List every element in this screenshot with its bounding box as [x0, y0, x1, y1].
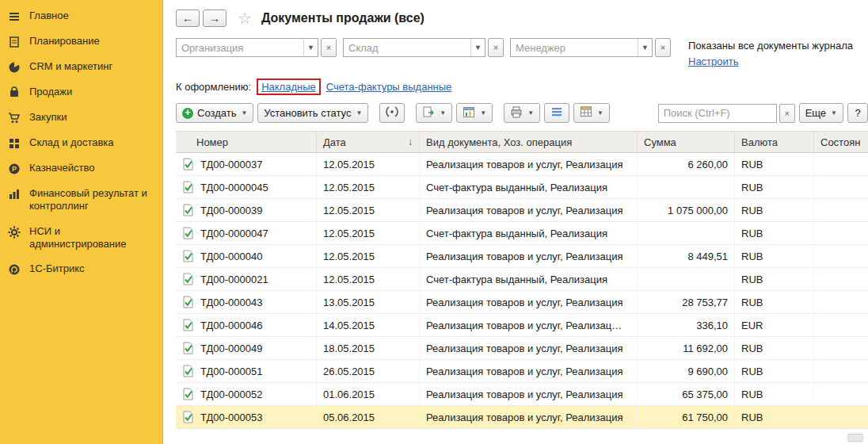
favorite-star-icon[interactable]: ☆	[238, 9, 252, 28]
cell-doctype[interactable]: Реализация товаров и услуг, Реализация	[420, 406, 638, 428]
table-row[interactable]: ТД00-000052 01.06.2015 Реализация товаро…	[176, 383, 868, 406]
cell-number[interactable]: ТД00-000053	[176, 406, 317, 428]
cell-sum[interactable]: 61 750,00	[638, 406, 735, 428]
cell-sum[interactable]: 1 075 000,00	[638, 199, 735, 221]
cell-date[interactable]: 14.05.2015	[317, 314, 420, 336]
print-button[interactable]: ▼	[504, 103, 540, 123]
column-header-number[interactable]: Номер	[176, 132, 317, 152]
warehouse-clear-button[interactable]: ×	[488, 38, 504, 57]
cell-date[interactable]: 13.05.2015	[317, 291, 420, 313]
cell-currency[interactable]: EUR	[735, 314, 814, 336]
sidebar-item-bitrix[interactable]: 1С-Битрикс	[8, 262, 156, 276]
cell-number[interactable]: ТД00-0000045	[176, 176, 317, 198]
table-row[interactable]: ТД00-000046 14.05.2015 Реализация товаро…	[176, 314, 868, 337]
table-row[interactable]: ТД00-000039 12.05.2015 Реализация товаро…	[176, 199, 868, 222]
cell-doctype[interactable]: Реализация товаров и услуг, Реализация	[420, 360, 638, 382]
sidebar-item-treasury[interactable]: P Казначейство	[8, 162, 156, 175]
horizontal-scrollbar-thumb[interactable]	[847, 434, 863, 442]
help-button[interactable]: ?	[847, 103, 868, 123]
search-input[interactable]	[658, 104, 777, 123]
forward-button[interactable]: →	[203, 10, 227, 27]
cell-state[interactable]	[814, 291, 868, 313]
manager-input[interactable]	[511, 39, 638, 56]
cell-sum[interactable]	[638, 176, 735, 198]
cell-doctype[interactable]: Реализация товаров и услуг, Реализация	[420, 383, 638, 405]
table-row[interactable]: ТД00-0000045 12.05.2015 Счет-фактура выд…	[176, 176, 868, 199]
cell-date[interactable]: 12.05.2015	[317, 245, 420, 267]
cell-currency[interactable]: RUB	[735, 268, 814, 290]
cell-doctype[interactable]: Счет-фактура выданный, Реализация	[420, 176, 638, 198]
table-row[interactable]: ТД00-000051 26.05.2015 Реализация товаро…	[176, 360, 868, 383]
column-header-date[interactable]: Дата ↓	[317, 132, 420, 152]
cell-number[interactable]: ТД00-000046	[176, 314, 317, 336]
table-row[interactable]: ТД00-0000021 12.05.2015 Счет-фактура выд…	[176, 268, 868, 291]
cell-currency[interactable]: RUB	[735, 245, 814, 267]
sidebar-item-planning[interactable]: Планирование	[8, 35, 156, 48]
search-clear-button[interactable]: ×	[779, 104, 795, 123]
cell-sum[interactable]: 8 449,51	[638, 245, 735, 267]
cell-state[interactable]	[814, 268, 868, 290]
cell-date[interactable]: 01.06.2015	[317, 383, 420, 405]
cell-doctype[interactable]: Реализация товаров и услуг, Реализация	[420, 199, 638, 221]
invoices-link[interactable]: Накладные	[261, 81, 316, 93]
cell-doctype[interactable]: Реализация товаров и услуг, Реализац…	[420, 314, 638, 336]
sidebar-item-crm[interactable]: CRM и маркетинг	[8, 60, 156, 74]
cell-sum[interactable]: 9 690,00	[638, 360, 735, 382]
cell-doctype[interactable]: Счет-фактура выданный, Реализация	[420, 222, 638, 244]
cell-date[interactable]: 05.06.2015	[317, 406, 420, 428]
cell-date[interactable]: 12.05.2015	[317, 153, 420, 175]
create-based-on-button[interactable]: ▼	[416, 103, 452, 123]
chevron-down-icon[interactable]: ▼	[470, 39, 485, 56]
organization-clear-button[interactable]: ×	[321, 38, 337, 57]
cell-state[interactable]	[814, 406, 868, 428]
cell-currency[interactable]: RUB	[735, 360, 814, 382]
cell-doctype[interactable]: Реализация товаров и услуг, Реализация	[420, 245, 638, 267]
cell-currency[interactable]: RUB	[735, 222, 814, 244]
sidebar-item-warehouse[interactable]: Склад и доставка	[8, 136, 156, 150]
cell-date[interactable]: 12.05.2015	[317, 222, 420, 244]
register-list-button[interactable]	[544, 103, 569, 123]
column-header-doctype[interactable]: Вид документа, Хоз. операция	[420, 132, 638, 152]
cell-number[interactable]: ТД00-000040	[176, 245, 317, 267]
chevron-down-icon[interactable]: ▼	[303, 39, 318, 56]
cell-number[interactable]: ТД00-000037	[176, 153, 317, 175]
table-row[interactable]: ТД00-0000047 12.05.2015 Счет-фактура выд…	[176, 222, 868, 245]
set-status-button[interactable]: Установить статус ▼	[257, 103, 368, 123]
cell-doctype[interactable]: Счет-фактура выданный, Реализация	[420, 268, 638, 290]
cell-number[interactable]: ТД00-0000047	[176, 222, 317, 244]
sidebar-item-main[interactable]: Главное	[8, 10, 156, 23]
configure-link[interactable]: Настроить	[688, 56, 739, 67]
table-row[interactable]: ТД00-000053 05.06.2015 Реализация товаро…	[176, 406, 868, 429]
cell-currency[interactable]: RUB	[735, 199, 814, 221]
cell-number[interactable]: ТД00-000039	[176, 199, 317, 221]
cell-sum[interactable]: 28 753,77	[638, 291, 735, 313]
cell-state[interactable]	[814, 176, 868, 198]
set-interval-button[interactable]	[379, 103, 405, 123]
cell-date[interactable]: 12.05.2015	[317, 176, 420, 198]
cell-currency[interactable]: RUB	[735, 153, 814, 175]
cell-currency[interactable]: RUB	[735, 406, 814, 428]
more-button[interactable]: Еще ▼	[799, 103, 843, 123]
back-button[interactable]: ←	[176, 10, 200, 27]
cell-state[interactable]	[814, 245, 868, 267]
cell-state[interactable]	[814, 222, 868, 244]
cell-date[interactable]: 26.05.2015	[317, 360, 420, 382]
cell-state[interactable]	[814, 360, 868, 382]
cell-currency[interactable]: RUB	[735, 291, 814, 313]
cell-doctype[interactable]: Реализация товаров и услуг, Реализация	[420, 153, 638, 175]
column-header-currency[interactable]: Валюта	[735, 132, 814, 152]
cell-doctype[interactable]: Реализация товаров и услуг, Реализация	[420, 291, 638, 313]
cell-number[interactable]: ТД00-000052	[176, 383, 317, 405]
sidebar-item-settings[interactable]: НСИ и администрирование	[8, 225, 156, 251]
chevron-down-icon[interactable]: ▼	[638, 39, 652, 56]
cell-doctype[interactable]: Реализация товаров и услуг, Реализация	[420, 337, 638, 359]
sidebar-item-finance[interactable]: Финансовый результат и контроллинг	[8, 187, 156, 213]
table-row[interactable]: ТД00-000049 18.05.2015 Реализация товаро…	[176, 337, 868, 360]
column-header-state[interactable]: Состоян	[814, 132, 868, 152]
create-button[interactable]: + Создать ▼	[176, 103, 253, 123]
cell-date[interactable]: 12.05.2015	[317, 199, 420, 221]
cell-state[interactable]	[814, 153, 868, 175]
cell-currency[interactable]: RUB	[735, 337, 814, 359]
cell-number[interactable]: ТД00-000049	[176, 337, 317, 359]
vat-invoices-link[interactable]: Счета-фактуры выданные	[326, 81, 452, 93]
